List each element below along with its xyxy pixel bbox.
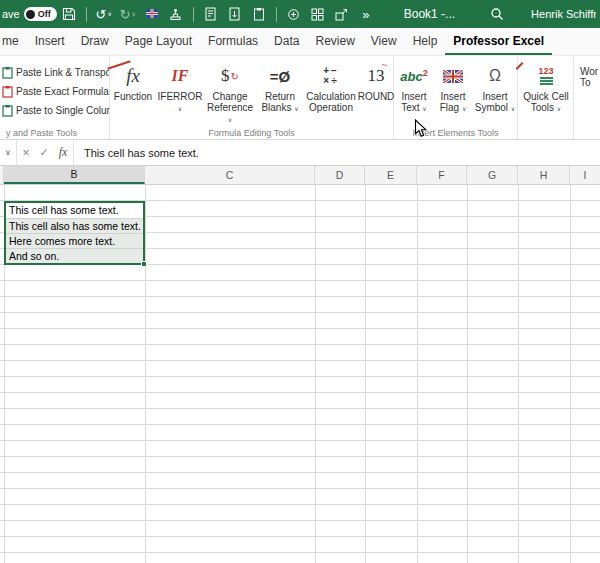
document-import-icon[interactable] <box>225 4 245 24</box>
round-button[interactable]: 13~ ROUND <box>358 56 394 139</box>
layout-grid-icon[interactable] <box>308 4 328 24</box>
group-label-paste-tools: y and Paste Tools <box>0 128 109 138</box>
titlebar-separator <box>193 7 194 22</box>
group-insert-elements-tools: abc2 Insert Text ∨ Insert Flag ∨ Ω Inser… <box>394 56 518 139</box>
return-blanks-button[interactable]: =Ø Return Blanks ∨ <box>256 56 304 139</box>
workbook-title[interactable]: Book1 -... <box>404 7 455 21</box>
titlebar-separator <box>276 7 277 22</box>
gridline <box>365 185 366 563</box>
formula-bar-value[interactable]: This cell has some text. <box>84 147 199 159</box>
save-icon[interactable] <box>59 4 79 24</box>
column-header-f[interactable]: F <box>417 166 467 184</box>
titlebar-separator <box>86 7 87 22</box>
undo-icon[interactable]: ↺ ∨ <box>94 4 114 24</box>
tab-data[interactable]: Data <box>266 28 307 55</box>
titlebar: ave Off ↺ ∨ ↻ ∨ <box>0 0 600 28</box>
chevron-down-icon: ∨ <box>228 117 232 123</box>
gridline <box>518 185 519 563</box>
cell[interactable]: And so on. <box>6 248 143 263</box>
calculation-operation-button[interactable]: +−×÷ Calculation Operation <box>304 56 358 139</box>
enter-check-icon[interactable]: ✓ <box>35 146 53 159</box>
quick-cell-tools-button[interactable]: 123 Quick Cell Tools ∨ <box>518 56 574 139</box>
user-account[interactable]: Henrik Schiffner <box>531 8 596 20</box>
clipboard-icon[interactable] <box>249 4 269 24</box>
chevron-down-icon: ∨ <box>178 106 182 112</box>
tab-review[interactable]: Review <box>307 28 362 55</box>
tab-formulas[interactable]: Formulas <box>200 28 266 55</box>
gridline <box>315 185 316 563</box>
column-header-b[interactable]: B <box>4 166 145 184</box>
tab-insert[interactable]: Insert <box>27 28 73 55</box>
insert-symbol-icon: Ω <box>489 61 501 91</box>
document-export-icon[interactable] <box>201 4 221 24</box>
paste-exact-formula-button[interactable]: Paste Exact Formula <box>0 82 109 101</box>
change-reference-button[interactable]: $↻ Change Reference ∨ <box>204 56 256 139</box>
formula-bar: ∨ × ✓ fx This cell has some text. <box>0 140 600 166</box>
button-label: Insert Symbol <box>475 91 508 113</box>
quick-cell-tools-icon: 123 <box>538 61 553 91</box>
button-label: Return Blanks <box>261 91 295 113</box>
search-icon[interactable] <box>487 4 507 24</box>
paste-icon <box>2 85 13 98</box>
paste-single-column-button[interactable]: Paste to Single Column <box>0 101 109 120</box>
calculation-icon: +−×÷ <box>323 61 339 91</box>
link-icon[interactable] <box>284 4 304 24</box>
tab-view[interactable]: View <box>363 28 405 55</box>
autosave-state: Off <box>38 9 51 19</box>
partial-label-line2: To <box>580 77 600 88</box>
fill-handle[interactable] <box>141 261 147 267</box>
chevron-down-icon: ∨ <box>422 106 426 112</box>
autosave-label: ave <box>2 8 20 20</box>
button-label: Calculation Operation <box>306 91 355 113</box>
paste-icon <box>2 66 13 79</box>
paste-icon <box>2 104 13 117</box>
tab-professor-excel[interactable]: Professor Excel <box>445 28 552 55</box>
chevron-down-icon: ∨ <box>462 106 466 112</box>
tab-page-layout[interactable]: Page Layout <box>117 28 200 55</box>
move-grid-icon[interactable] <box>332 4 352 24</box>
paste-item-label: Paste Exact Formula <box>16 86 109 97</box>
redo-glyph: ↻ <box>120 8 131 21</box>
group-paste-tools: Paste Link & Transpose Paste Exact Formu… <box>0 56 110 139</box>
group-label-insert-elements: Insert Elements Tools <box>394 128 517 138</box>
column-header-h[interactable]: H <box>518 166 570 184</box>
column-header-c[interactable]: C <box>145 166 315 184</box>
cancel-icon[interactable]: × <box>17 145 35 160</box>
cell[interactable]: Here comes more text. <box>6 233 143 248</box>
chevron-down-icon: ∨ <box>132 11 136 17</box>
column-header-i[interactable]: I <box>570 166 600 184</box>
separator <box>73 140 74 165</box>
paste-link-transpose-button[interactable]: Paste Link & Transpose <box>0 63 109 82</box>
column-header-g[interactable]: G <box>467 166 518 184</box>
excel-window: ave Off ↺ ∨ ↻ ∨ <box>0 0 600 563</box>
chevron-down-icon: ∨ <box>108 11 112 17</box>
button-label: Function <box>114 91 152 102</box>
cell[interactable]: This cell also has some text. <box>6 218 143 233</box>
active-cell[interactable]: This cell has some text. <box>6 203 143 218</box>
autosave-toggle[interactable]: ave Off <box>2 7 57 21</box>
group-workbook-tools-partial[interactable]: Wor To <box>574 56 600 139</box>
column-header-e[interactable]: E <box>365 166 417 184</box>
insert-text-icon: abc2 <box>400 61 427 91</box>
selected-range[interactable]: This cell has some text. This cell also … <box>4 201 145 265</box>
redo-icon[interactable]: ↻ ∨ <box>118 4 138 24</box>
autosave-pill: Off <box>24 7 57 21</box>
uk-flag-icon <box>443 61 463 91</box>
more-commands-icon[interactable]: » <box>356 4 376 24</box>
partial-label-line1: Wor <box>580 66 600 77</box>
insert-symbol-button[interactable]: Ω Insert Symbol ∨ <box>472 56 518 139</box>
tab-help[interactable]: Help <box>405 28 446 55</box>
insert-function-icon[interactable]: fx <box>53 145 73 160</box>
flag-icon[interactable] <box>142 4 162 24</box>
tab-home-partial[interactable]: me <box>0 28 27 55</box>
autosave-dot-icon <box>26 10 35 19</box>
sheet-grid[interactable]: This cell has some text. This cell also … <box>0 185 600 563</box>
name-box-dropdown-icon[interactable]: ∨ <box>0 148 16 157</box>
stamp-icon[interactable] <box>166 4 186 24</box>
insert-flag-button[interactable]: Insert Flag ∨ <box>434 56 472 139</box>
chevron-down-icon: ∨ <box>557 106 561 112</box>
column-header-d[interactable]: D <box>315 166 365 184</box>
function-button[interactable]: fx Function <box>110 56 156 139</box>
iferror-button[interactable]: IF IFERROR ∨ <box>156 56 204 139</box>
tab-draw[interactable]: Draw <box>73 28 117 55</box>
